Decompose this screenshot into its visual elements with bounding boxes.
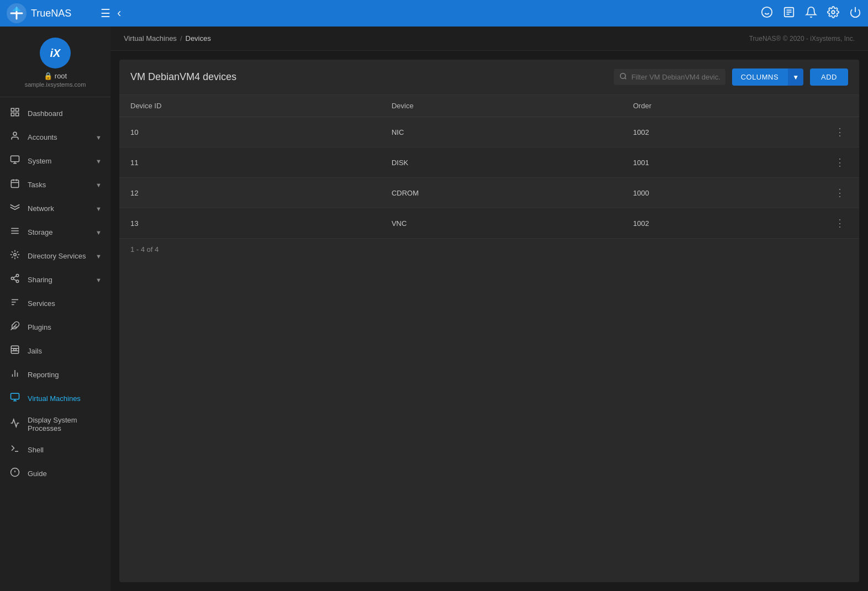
sharing-icon [9, 273, 21, 286]
app-logo[interactable]: TrueNAS [7, 3, 101, 23]
cell-actions-2: ⋮ [820, 178, 859, 208]
system-icon [9, 155, 21, 167]
virtual-machines-icon [9, 392, 21, 405]
avatar: iX [40, 38, 71, 68]
changelog-icon[interactable] [783, 6, 795, 21]
table-row: 11 DISK 1001 ⋮ [119, 147, 859, 178]
sidebar-item-services[interactable]: Services [0, 292, 111, 315]
sidebar-item-system[interactable]: System ▼ [0, 149, 111, 173]
svg-rect-16 [11, 156, 19, 162]
lock-icon: 🔒 [44, 72, 52, 80]
sidebar-label-sharing: Sharing [28, 276, 89, 284]
row-menu-button-1[interactable]: ⋮ [832, 155, 848, 170]
search-input[interactable] [632, 73, 720, 81]
alerts-icon[interactable] [805, 6, 817, 21]
devices-table: Device ID Device Order 10 NIC 1002 ⋮ 11 … [119, 95, 859, 238]
arrow-sharing: ▼ [96, 277, 102, 283]
sidebar-label-shell: Shell [28, 446, 102, 454]
breadcrumb-virtual-machines[interactable]: Virtual Machines [124, 34, 177, 43]
cell-device-2: CDROM [381, 178, 622, 208]
svg-line-31 [13, 276, 16, 278]
table-header-bar: VM DebianVM4 devices COLUMNS ▼ ADD [119, 60, 859, 95]
sidebar-item-shell[interactable]: Shell [0, 438, 111, 462]
power-icon[interactable] [849, 6, 861, 21]
sidebar-item-jails[interactable]: Jails [0, 339, 111, 363]
sidebar-label-accounts: Accounts [28, 133, 89, 141]
table-body: 10 NIC 1002 ⋮ 11 DISK 1001 ⋮ 12 CDROM 10… [119, 117, 859, 239]
svg-rect-11 [11, 108, 14, 111]
sidebar-item-accounts[interactable]: Accounts ▼ [0, 125, 111, 149]
sidebar-item-guide[interactable]: Guide [0, 462, 111, 486]
sidebar-label-virtual-machines: Virtual Machines [28, 394, 102, 403]
sidebar-item-network[interactable]: Network ▼ [0, 197, 111, 220]
topbar: TrueNAS ☰ ‹ [0, 0, 868, 27]
sidebar-label-storage: Storage [28, 228, 89, 236]
display-system-processes-icon [9, 418, 21, 431]
cell-device-id-0: 10 [119, 117, 381, 147]
arrow-directory-services: ▼ [96, 253, 102, 260]
settings-icon[interactable] [827, 6, 839, 21]
cell-order-3: 1002 [622, 208, 820, 239]
sidebar-label-jails: Jails [28, 347, 102, 355]
breadcrumb-devices: Devices [186, 34, 211, 43]
breadcrumb-separator: / [180, 34, 182, 43]
plugins-icon [9, 321, 21, 334]
sidebar-label-tasks: Tasks [28, 181, 89, 189]
cell-device-id-2: 12 [119, 178, 381, 208]
add-button[interactable]: ADD [810, 68, 848, 86]
jails-icon [9, 345, 21, 357]
back-icon[interactable]: ‹ [117, 6, 121, 20]
sidebar-item-reporting[interactable]: Reporting [0, 363, 111, 387]
table-row: 13 VNC 1002 ⋮ [119, 208, 859, 239]
arrow-tasks: ▼ [96, 182, 102, 188]
search-icon [619, 72, 627, 82]
sidebar-item-storage[interactable]: Storage ▼ [0, 220, 111, 244]
sidebar-item-virtual-machines[interactable]: Virtual Machines [0, 387, 111, 410]
feedback-icon[interactable] [761, 6, 773, 21]
svg-rect-37 [11, 346, 19, 353]
sidebar-nav: Dashboard Accounts ▼ System ▼ Tasks ▼ Ne… [0, 102, 111, 486]
sidebar-item-tasks[interactable]: Tasks ▼ [0, 173, 111, 197]
topbar-actions [761, 6, 861, 21]
svg-line-30 [13, 279, 16, 281]
row-menu-button-3[interactable]: ⋮ [832, 216, 848, 230]
col-header-order: Order [622, 95, 820, 117]
table-header: Device ID Device Order [119, 95, 859, 117]
sidebar-item-sharing[interactable]: Sharing ▼ [0, 268, 111, 292]
cell-device-1: DISK [381, 147, 622, 178]
svg-point-2 [762, 7, 772, 17]
search-box[interactable] [614, 69, 725, 85]
svg-rect-12 [16, 108, 19, 111]
storage-icon [9, 226, 21, 239]
cell-order-2: 1000 [622, 178, 820, 208]
table-row: 10 NIC 1002 ⋮ [119, 117, 859, 147]
cell-device-id-1: 11 [119, 147, 381, 178]
guide-icon [9, 467, 21, 480]
sidebar-item-plugins[interactable]: Plugins [0, 315, 111, 339]
sidebar-item-display-system-processes[interactable]: Display System Processes [0, 410, 111, 438]
row-menu-button-0[interactable]: ⋮ [832, 125, 848, 139]
hamburger-icon[interactable]: ☰ [101, 7, 111, 20]
svg-rect-13 [16, 113, 19, 116]
cell-actions-0: ⋮ [820, 117, 859, 147]
arrow-accounts: ▼ [96, 134, 102, 141]
directory-services-icon [9, 250, 21, 262]
cell-order-1: 1001 [622, 147, 820, 178]
columns-button[interactable]: COLUMNS [732, 68, 788, 86]
columns-dropdown-arrow[interactable]: ▼ [787, 68, 803, 86]
tasks-icon [9, 178, 21, 191]
sidebar-label-system: System [28, 157, 89, 165]
arrow-storage: ▼ [96, 229, 102, 236]
cell-actions-1: ⋮ [820, 147, 859, 178]
row-menu-button-2[interactable]: ⋮ [832, 186, 848, 200]
svg-point-51 [620, 73, 625, 78]
sidebar-label-network: Network [28, 204, 89, 213]
breadcrumb: Virtual Machines / Devices TrueNAS® © 20… [111, 27, 868, 51]
sidebar-item-dashboard[interactable]: Dashboard [0, 102, 111, 125]
svg-point-26 [14, 254, 17, 256]
sidebar: iX 🔒 root sample.ixsystems.com Dashboard… [0, 27, 111, 591]
accounts-icon [9, 131, 21, 144]
sidebar-label-display-system-processes: Display System Processes [28, 416, 102, 432]
sidebar-item-directory-services[interactable]: Directory Services ▼ [0, 244, 111, 268]
content-area: Virtual Machines / Devices TrueNAS® © 20… [111, 27, 868, 591]
